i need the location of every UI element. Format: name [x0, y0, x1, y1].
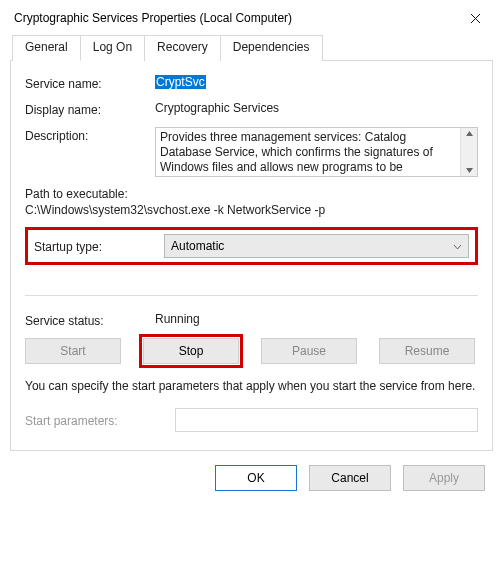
chevron-down-icon [453, 239, 462, 253]
titlebar: Cryptographic Services Properties (Local… [0, 0, 503, 34]
dialog-buttonbar: OK Cancel Apply [0, 451, 503, 505]
service-name-label: Service name: [25, 75, 155, 91]
scroll-down-icon[interactable] [465, 167, 474, 174]
service-status-value: Running [155, 312, 478, 326]
service-name-value: CryptSvc [155, 75, 478, 89]
window-title: Cryptographic Services Properties (Local… [14, 11, 459, 25]
startup-type-value: Automatic [171, 239, 224, 253]
startup-type-label: Startup type: [34, 238, 164, 254]
startup-type-select[interactable]: Automatic [164, 234, 469, 258]
start-params-note: You can specify the start parameters tha… [25, 378, 478, 394]
description-box: Provides three management services: Cata… [155, 127, 478, 177]
service-control-buttons: Start Stop Pause Resume [25, 338, 478, 364]
description-text: Provides three management services: Cata… [160, 130, 433, 174]
display-name-label: Display name: [25, 101, 155, 117]
tab-general[interactable]: General [12, 35, 81, 61]
tab-dependencies[interactable]: Dependencies [220, 35, 323, 61]
resume-button: Resume [379, 338, 475, 364]
start-params-input [175, 408, 478, 432]
close-icon[interactable] [459, 8, 491, 28]
tab-logon[interactable]: Log On [80, 35, 145, 61]
apply-button: Apply [403, 465, 485, 491]
service-status-label: Service status: [25, 312, 155, 328]
scroll-up-icon[interactable] [465, 130, 474, 137]
stop-button[interactable]: Stop [143, 338, 239, 364]
display-name-value: Cryptographic Services [155, 101, 478, 115]
path-value: C:\Windows\system32\svchost.exe -k Netwo… [25, 203, 478, 217]
cancel-button[interactable]: Cancel [309, 465, 391, 491]
tab-recovery[interactable]: Recovery [144, 35, 221, 61]
start-button: Start [25, 338, 121, 364]
separator [25, 295, 478, 296]
description-label: Description: [25, 127, 155, 143]
ok-button[interactable]: OK [215, 465, 297, 491]
tab-pane-general: Service name: CryptSvc Display name: Cry… [10, 61, 493, 451]
startup-type-row: Startup type: Automatic [25, 227, 478, 265]
description-scrollbar[interactable] [460, 128, 477, 176]
pause-button: Pause [261, 338, 357, 364]
tabstrip: General Log On Recovery Dependencies [10, 34, 493, 61]
path-label: Path to executable: [25, 187, 478, 201]
tab-area: General Log On Recovery Dependencies [0, 34, 503, 61]
start-params-group: Start parameters: [25, 408, 478, 432]
start-params-label: Start parameters: [25, 412, 175, 428]
